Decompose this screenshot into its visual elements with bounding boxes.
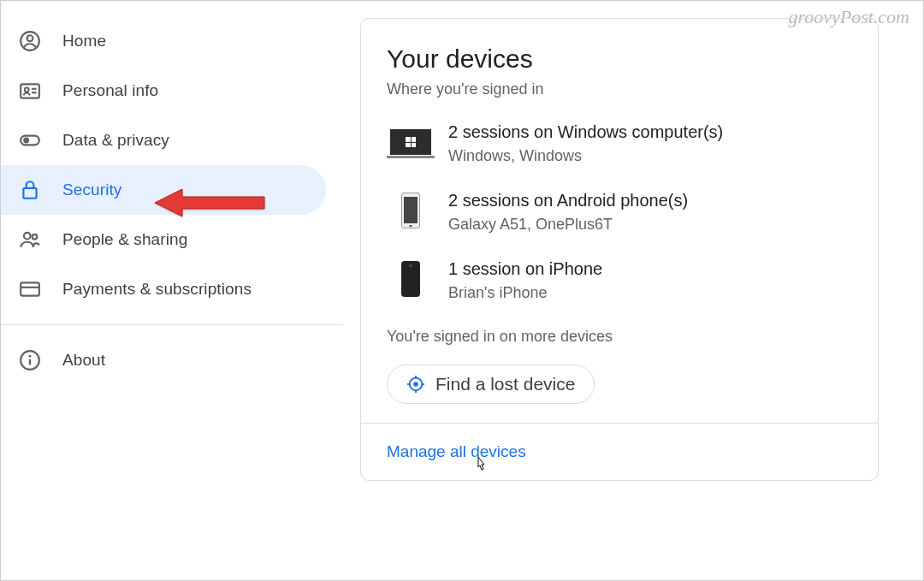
device-title: 2 sessions on Windows computer(s) — [448, 122, 723, 142]
find-lost-device-button[interactable]: Find a lost device — [387, 365, 595, 404]
sidebar-item-payments[interactable]: Payments & subscriptions — [1, 264, 326, 314]
sidebar-item-personal-info[interactable]: Personal info — [1, 66, 326, 116]
sidebar-divider — [1, 324, 343, 325]
cursor-icon — [474, 455, 488, 476]
sidebar-item-label: Personal info — [62, 81, 158, 100]
device-title: 1 session on iPhone — [448, 259, 602, 279]
svg-point-9 — [24, 233, 31, 240]
sidebar-item-home[interactable]: Home — [1, 16, 326, 66]
your-devices-card: Your devices Where you're signed in 2 se… — [360, 18, 879, 481]
home-icon — [18, 29, 42, 53]
laptop-icon — [387, 122, 435, 162]
sidebar-nav: Home Personal info Data & privacy Securi… — [1, 1, 343, 580]
id-card-icon — [18, 79, 42, 103]
device-detail: Windows, Windows — [448, 147, 723, 165]
card-subtitle: Where you're signed in — [387, 80, 852, 98]
find-button-label: Find a lost device — [435, 374, 575, 394]
manage-all-devices-link[interactable]: Manage all devices — [387, 442, 526, 460]
sidebar-item-about[interactable]: About — [1, 335, 326, 385]
svg-point-10 — [33, 234, 38, 240]
iphone-icon — [387, 259, 435, 299]
sidebar-item-data-privacy[interactable]: Data & privacy — [1, 116, 326, 165]
target-icon — [406, 375, 425, 394]
svg-point-7 — [23, 138, 29, 144]
toggle-icon — [18, 128, 42, 152]
android-phone-icon — [387, 191, 435, 230]
svg-marker-16 — [155, 189, 264, 216]
sidebar-item-label: Payments & subscriptions — [62, 280, 252, 299]
sidebar-item-label: People & sharing — [62, 230, 187, 249]
sidebar-item-label: Home — [62, 32, 106, 50]
device-detail: Brian's iPhone — [448, 284, 602, 302]
svg-rect-8 — [23, 188, 36, 199]
svg-point-3 — [25, 88, 29, 92]
sidebar-item-people-sharing[interactable]: People & sharing — [1, 215, 326, 264]
arrow-annotation — [155, 186, 266, 220]
sidebar-item-label: About — [62, 351, 105, 370]
svg-point-1 — [27, 35, 33, 41]
lock-icon — [18, 178, 42, 202]
device-detail: Galaxy A51, OnePlus6T — [448, 216, 688, 234]
svg-rect-11 — [21, 282, 39, 295]
device-row-android[interactable]: 2 sessions on Android phone(s) Galaxy A5… — [387, 191, 852, 234]
sidebar-item-label: Security — [62, 181, 121, 199]
card-title: Your devices — [387, 44, 852, 74]
people-icon — [18, 228, 42, 252]
svg-point-18 — [413, 382, 418, 387]
more-devices-text: You're signed in on more devices — [387, 328, 852, 346]
device-row-windows[interactable]: 2 sessions on Windows computer(s) Window… — [387, 122, 852, 165]
svg-point-15 — [29, 355, 32, 358]
card-icon — [18, 277, 42, 301]
device-title: 2 sessions on Android phone(s) — [448, 191, 688, 210]
sidebar-item-label: Data & privacy — [62, 131, 169, 150]
svg-rect-2 — [21, 84, 39, 98]
info-icon — [18, 348, 42, 372]
device-row-iphone[interactable]: 1 session on iPhone Brian's iPhone — [387, 259, 852, 302]
